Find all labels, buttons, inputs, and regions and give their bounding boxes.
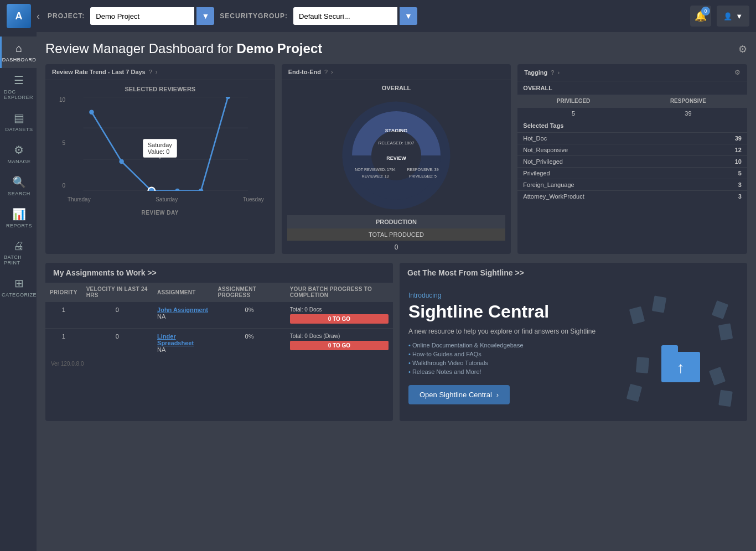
row1-assignment: John Assignment NA: [153, 302, 213, 329]
sidebar-item-categorize[interactable]: ⊞ CATEGORIZE: [0, 271, 37, 303]
project-input[interactable]: [90, 7, 194, 25]
tag-count-not-privileged: 10: [735, 158, 742, 165]
tooltip-value: Value: 0: [148, 148, 172, 155]
end-to-end-title: End-to-End: [288, 69, 321, 75]
svg-text:STAGING: STAGING: [385, 128, 407, 133]
svg-point-4: [89, 110, 94, 115]
row2-assignment-sub: NA: [157, 346, 165, 353]
back-button[interactable]: ‹: [37, 11, 40, 22]
tagging-title: Tagging: [524, 69, 547, 76]
tag-privileged-value: 5: [517, 108, 629, 119]
assignments-panel: My Assignments to Work >> PRIORITY VELOC…: [45, 263, 393, 421]
tag-row-not-privileged: Not_Privileged 10: [517, 155, 747, 167]
x-label-sat: Saturday: [156, 196, 178, 202]
project-selector: ▼: [90, 7, 214, 25]
assignments-title[interactable]: My Assignments to Work >>: [53, 268, 157, 277]
open-sightline-central-button[interactable]: Open Sightline Central ›: [408, 385, 510, 404]
col-progress: ASSIGNMENT PROGRESS: [213, 283, 285, 302]
tag-count-not-responsive: 12: [735, 147, 742, 153]
illustration-svg: ↑: [625, 291, 736, 413]
user-menu-button[interactable]: 👤 ▼: [717, 6, 749, 27]
sidebar-label-reports: REPORTS: [6, 223, 32, 228]
chart-footer: REVIEW DAY: [51, 210, 270, 216]
sidebar-label-doc-explorer: DOC EXPLORER: [4, 89, 34, 100]
notifications-button[interactable]: 🔔 0: [690, 6, 711, 27]
svg-text:REVIEWED: 13: REVIEWED: 13: [361, 174, 389, 178]
svg-point-9: [226, 97, 231, 99]
row1-batch: Total: 0 Docs 0 TO GO: [286, 302, 393, 329]
e2e-total-produced-bar: TOTAL PRODUCED: [287, 228, 506, 241]
end-to-end-header: End-to-End ? ›: [282, 64, 511, 80]
svg-point-5: [119, 159, 124, 164]
sidebar-item-manage[interactable]: ⚙ MANAGE: [0, 138, 37, 170]
review-rate-title: Review Rate Trend - Last 7 Days: [52, 69, 146, 75]
sightline-central-header: Get The Most From Sightline >>: [400, 263, 747, 283]
sidebar-item-dashboard[interactable]: ⌂ DASHBOARD: [0, 37, 37, 68]
reports-icon: 📊: [12, 207, 27, 221]
project-label: PROJECT:: [48, 12, 85, 20]
tooltip-label: Saturday: [148, 142, 172, 148]
tagging-settings-icon[interactable]: ⚙: [734, 69, 741, 76]
sightline-central-body: Introducing Sightline Central A new reso…: [400, 283, 747, 421]
user-icon: 👤: [723, 12, 732, 20]
svg-rect-26: [718, 390, 733, 407]
row2-assignment: Linder Spreadsheet NA: [153, 329, 213, 358]
sc-button-label: Open Sightline Central: [420, 391, 492, 399]
project-dropdown-button[interactable]: ▼: [196, 7, 214, 25]
security-group-input[interactable]: [293, 7, 397, 25]
doc-explorer-icon: ☰: [14, 74, 24, 87]
review-rate-expand-icon[interactable]: ›: [156, 69, 158, 75]
tagging-expand-icon[interactable]: ›: [557, 69, 560, 76]
page-settings-icon[interactable]: ⚙: [738, 43, 747, 55]
col-assignment: ASSIGNMENT: [153, 283, 213, 302]
tag-count-privileged: 5: [738, 170, 742, 176]
sightline-central-desc: A new resource to help you explore or fi…: [408, 328, 608, 335]
tagging-header: Tagging ? › ⚙: [517, 64, 747, 81]
review-rate-panel: Review Rate Trend - Last 7 Days ? › SELE…: [45, 64, 275, 254]
sidebar-item-doc-explorer[interactable]: ☰ DOC EXPLORER: [0, 68, 37, 106]
svg-text:PRIVILEGED: 5: PRIVILEGED: 5: [409, 174, 437, 178]
end-to-end-panel: End-to-End ? › OVERALL: [282, 64, 511, 254]
y-label-10: 10: [59, 97, 65, 103]
chart-y-labels: 10 5 0: [51, 97, 68, 191]
security-group-label: SECURITYGROUP:: [220, 12, 288, 20]
dashboard-icon: ⌂: [15, 42, 23, 55]
donut-svg: STAGING RELEASED: 1807 REVIEW NOT REVIEW…: [341, 100, 452, 211]
sc-illustration: ↑: [625, 294, 736, 410]
sidebar-item-reports[interactable]: 📊 REPORTS: [0, 202, 37, 234]
assignments-header: My Assignments to Work >>: [45, 263, 393, 283]
sidebar-label-dashboard: DASHBOARD: [2, 57, 37, 63]
row2-assignment-link[interactable]: Linder Spreadsheet: [157, 333, 194, 346]
end-to-end-expand-icon[interactable]: ›: [331, 69, 333, 75]
review-rate-help-icon[interactable]: ?: [149, 69, 152, 75]
app-logo: A: [7, 4, 31, 28]
end-to-end-body: OVERALL STAGING: [282, 80, 511, 254]
user-dropdown-arrow: ▼: [736, 12, 743, 20]
svg-text:REVIEW: REVIEW: [386, 155, 406, 161]
tag-selected-label: Selected Tags: [517, 119, 747, 132]
chart-tooltip: Saturday Value: 0: [143, 139, 177, 158]
svg-text:NOT REVIEWED: 1794: NOT REVIEWED: 1794: [355, 168, 396, 171]
end-to-end-help-icon[interactable]: ?: [324, 69, 328, 75]
bottom-row: My Assignments to Work >> PRIORITY VELOC…: [45, 263, 747, 421]
review-rate-header: Review Rate Trend - Last 7 Days ? ›: [45, 64, 275, 80]
tag-row-attorney-workproduct: Attorney_WorkProduct 3: [517, 190, 747, 202]
row2-progress-bar: 0 TO GO: [290, 341, 389, 350]
sidebar-item-datasets[interactable]: ▤ DATASETS: [0, 106, 37, 138]
chart-subtitle: SELECTED REVIEWERS: [51, 86, 270, 92]
tag-responsive-value: 39: [629, 108, 747, 119]
chart-area: 10 5 0: [51, 97, 270, 207]
sidebar-item-search[interactable]: 🔍 SEARCH: [0, 170, 37, 202]
tagging-help-icon[interactable]: ?: [551, 69, 554, 76]
row2-priority: 1: [45, 329, 82, 358]
col-priority: PRIORITY: [45, 283, 82, 302]
row1-assignment-link[interactable]: John Assignment: [157, 306, 208, 313]
chart-x-labels: Thursday Saturday Tuesday: [68, 191, 264, 207]
svg-rect-22: [718, 323, 733, 340]
security-group-dropdown-button[interactable]: ▼: [400, 7, 417, 25]
svg-rect-21: [712, 300, 728, 319]
sidebar-item-batch-print[interactable]: 🖨 BATCH PRINT: [0, 234, 37, 271]
sidebar-label-search: SEARCH: [8, 191, 30, 196]
y-label-0: 0: [62, 183, 65, 189]
col-velocity: VELOCITY IN LAST 24 HRS: [82, 283, 153, 302]
